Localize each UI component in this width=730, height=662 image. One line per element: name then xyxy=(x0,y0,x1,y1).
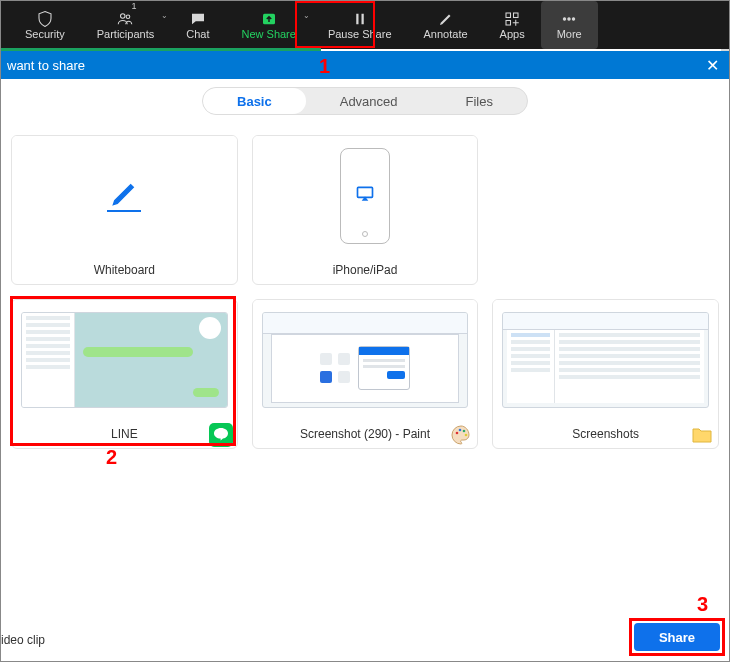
share-target-label: Whiteboard xyxy=(94,263,155,277)
annotation-step-3: 3 xyxy=(697,593,708,616)
apps-icon xyxy=(502,10,522,28)
share-target-label: Screenshot (290) - Paint xyxy=(300,427,430,441)
svg-rect-4 xyxy=(361,14,363,25)
participants-count-badge: 1 xyxy=(131,1,136,11)
svg-point-8 xyxy=(563,18,565,20)
chevron-down-icon[interactable]: ⌄ xyxy=(303,11,310,20)
svg-point-13 xyxy=(456,432,459,435)
toolbar-label: Apps xyxy=(500,28,525,40)
share-target-paint-window[interactable]: Screenshot (290) - Paint xyxy=(252,299,479,449)
pause-icon xyxy=(350,10,370,28)
toolbar-label: New Share xyxy=(241,28,295,40)
share-target-label: iPhone/iPad xyxy=(333,263,398,277)
pencil-icon xyxy=(436,10,456,28)
tab-advanced[interactable]: Advanced xyxy=(306,88,432,114)
share-target-label: Screenshots xyxy=(572,427,639,441)
bottom-cropped-text: ideo clip xyxy=(1,633,45,647)
toolbar-security[interactable]: Security xyxy=(9,1,81,49)
toolbar-new-share[interactable]: ⌄ New Share xyxy=(225,1,311,49)
tab-files[interactable]: Files xyxy=(432,88,527,114)
share-target-label: LINE xyxy=(111,427,138,441)
palette-icon xyxy=(449,423,473,447)
annotation-step-1: 1 xyxy=(319,55,330,78)
airplay-icon xyxy=(355,184,375,208)
toolbar-annotate[interactable]: Annotate xyxy=(408,1,484,49)
toolbar-label: Participants xyxy=(97,28,154,40)
shield-icon xyxy=(35,10,55,28)
upload-icon xyxy=(259,10,279,28)
iphone-outline-icon xyxy=(340,148,390,244)
chat-icon xyxy=(188,10,208,28)
share-target-explorer-screenshots[interactable]: Screenshots xyxy=(492,299,719,449)
folder-icon xyxy=(690,423,714,447)
toolbar-chat[interactable]: Chat xyxy=(170,1,225,49)
share-dialog-titlebar: want to share ✕ xyxy=(1,51,729,79)
whiteboard-underline xyxy=(107,210,141,212)
tab-basic[interactable]: Basic xyxy=(203,88,306,114)
zoom-meeting-toolbar: Security 1 ⌄ Participants Chat ⌄ New Sha… xyxy=(1,1,729,49)
svg-point-9 xyxy=(568,18,570,20)
share-targets-grid: Whiteboard iPhone/iPad xyxy=(11,135,719,449)
toolbar-label: Pause Share xyxy=(328,28,392,40)
dots-icon xyxy=(559,10,579,28)
svg-point-10 xyxy=(572,18,574,20)
share-target-whiteboard[interactable]: Whiteboard xyxy=(11,135,238,285)
paint-window-thumbnail xyxy=(262,312,469,408)
svg-point-1 xyxy=(127,15,131,19)
svg-rect-6 xyxy=(514,13,519,18)
svg-point-16 xyxy=(465,434,468,437)
share-button-label: Share xyxy=(659,630,695,645)
svg-rect-7 xyxy=(506,21,511,26)
svg-point-15 xyxy=(463,430,466,433)
toolbar-label: Security xyxy=(25,28,65,40)
svg-point-0 xyxy=(121,14,126,19)
explorer-window-thumbnail xyxy=(502,312,709,408)
share-target-iphone-ipad[interactable]: iPhone/iPad xyxy=(252,135,479,285)
svg-rect-5 xyxy=(506,13,511,18)
toolbar-label: More xyxy=(557,28,582,40)
toolbar-pause-share[interactable]: Pause Share xyxy=(312,1,408,49)
svg-point-14 xyxy=(459,429,462,432)
toolbar-label: Annotate xyxy=(424,28,468,40)
annotation-step-2: 2 xyxy=(106,446,117,469)
share-target-line-app[interactable]: LINE xyxy=(11,299,238,449)
toolbar-apps[interactable]: Apps xyxy=(484,1,541,49)
line-app-icon xyxy=(209,423,233,447)
close-icon[interactable]: ✕ xyxy=(706,56,719,75)
dialog-title: want to share xyxy=(7,58,85,73)
chevron-down-icon[interactable]: ⌄ xyxy=(161,11,168,20)
line-window-thumbnail xyxy=(21,312,228,408)
share-button[interactable]: Share xyxy=(634,623,720,651)
whiteboard-pen-icon xyxy=(108,178,140,214)
svg-rect-11 xyxy=(357,187,372,197)
toolbar-participants[interactable]: 1 ⌄ Participants xyxy=(81,1,170,49)
grid-spacer xyxy=(492,135,719,285)
share-mode-tabs: Basic Advanced Files xyxy=(202,87,528,115)
svg-rect-3 xyxy=(356,14,358,25)
home-button-icon xyxy=(362,231,368,237)
people-icon xyxy=(115,10,135,28)
cony-sticker-icon xyxy=(199,317,221,339)
toolbar-more[interactable]: More xyxy=(541,1,598,49)
toolbar-label: Chat xyxy=(186,28,209,40)
